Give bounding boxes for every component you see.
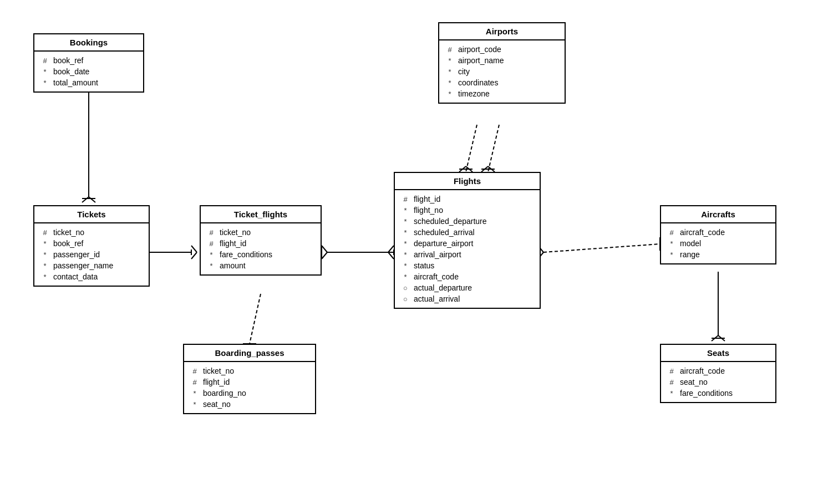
boarding-passes-entity: Boarding_passes # ticket_no # flight_id … [183,344,316,414]
svg-line-20 [466,166,473,172]
field-coordinates: * coordinates [445,77,559,88]
airports-title: Airports [439,23,565,40]
flights-entity: Flights # flight_id * flight_no * schedu… [394,172,541,309]
field-seat_no: * seat_no [190,399,309,410]
svg-line-19 [459,166,466,172]
field-airport_code: # airport_code [445,44,559,55]
airports-entity: Airports # airport_code * airport_name *… [438,22,566,104]
pk-icon: # [40,228,50,237]
svg-line-24 [488,166,495,172]
field-aircraft_code: # aircraft_code [667,227,770,238]
attr-icon: * [445,90,455,98]
aircrafts-body: # aircraft_code * model * range [661,223,775,263]
ticket-flights-title: Ticket_flights [201,206,321,223]
boarding-passes-title: Boarding_passes [184,345,315,362]
aircrafts-entity: Aircrafts # aircraft_code * model * rang… [660,205,776,264]
boarding-passes-body: # ticket_no # flight_id * boarding_no * … [184,362,315,413]
field-flight_id: # flight_id [400,194,534,205]
field-timezone: * timezone [445,88,559,99]
attr-icon: * [400,240,410,248]
bookings-body: # book_ref * book_date * total_amount [34,52,143,91]
svg-line-6 [191,252,197,259]
field-arrival_airport: * arrival_airport [400,249,534,260]
optional-icon: ○ [400,295,410,303]
field-range: * range [667,249,770,260]
ticket-flights-entity: Ticket_flights # ticket_no # flight_id *… [200,205,322,276]
attr-icon: * [400,251,410,259]
field-passenger_id: * passenger_id [40,249,143,260]
attr-icon: * [400,228,410,237]
field-flight_no: * flight_no [400,205,534,216]
field-scheduled_arrival: * scheduled_arrival [400,227,534,238]
attr-icon: * [400,217,410,226]
pk-icon: # [400,195,410,203]
attr-icon: * [400,273,410,281]
pk-icon: # [206,228,216,237]
attr-icon: * [400,262,410,270]
attr-icon: * [667,389,677,398]
pk-icon: # [445,45,455,54]
pk-icon: # [190,378,200,386]
attr-icon: * [40,68,50,76]
field-departure_airport: * departure_airport [400,238,534,249]
flights-title: Flights [395,173,540,190]
attr-icon: * [190,400,200,409]
seats-title: Seats [661,345,775,362]
field-airport_name: * airport_name [445,55,559,66]
seats-entity: Seats # aircraft_code # seat_no * fare_c… [660,344,776,403]
svg-line-32 [712,335,718,341]
ticket-flights-body: # ticket_no # flight_id * fare_condition… [201,223,321,274]
pk-icon: # [40,57,50,65]
svg-line-5 [191,246,197,252]
field-status: * status [400,260,534,271]
attr-icon: * [667,240,677,248]
pk-icon: # [190,367,200,375]
attr-icon: * [190,389,200,398]
attr-icon: * [40,240,50,248]
field-passenger_name: * passenger_name [40,260,143,271]
attr-icon: * [400,206,410,215]
field-flight_id: # flight_id [190,376,309,388]
svg-line-15 [250,294,261,344]
field-boarding_no: * boarding_no [190,388,309,399]
attr-icon: * [667,251,677,259]
field-aircraft_code: # aircraft_code [667,365,770,376]
field-actual_departure: ○ actual_departure [400,282,534,293]
attr-icon: * [40,251,50,259]
svg-line-13 [388,252,394,259]
svg-line-12 [388,246,394,252]
tickets-entity: Tickets # ticket_no * book_ref * passeng… [33,205,150,287]
field-book_ref: # book_ref [40,55,138,66]
flights-body: # flight_id * flight_no * scheduled_depa… [395,190,540,308]
svg-line-10 [322,252,327,259]
svg-line-23 [481,166,488,172]
field-ticket_no: # ticket_no [40,227,143,238]
pk-icon: # [667,378,677,386]
field-ticket_no: # ticket_no [206,227,315,238]
svg-line-18 [466,125,477,172]
svg-line-33 [718,335,725,341]
field-book_date: * book_date [40,66,138,77]
svg-line-22 [488,125,499,172]
field-book_ref: * book_ref [40,238,143,249]
seats-body: # aircraft_code # seat_no * fare_conditi… [661,362,775,402]
field-scheduled_departure: * scheduled_departure [400,216,534,227]
svg-line-1 [82,197,89,202]
field-fare_conditions: * fare_conditions [667,388,770,399]
attr-icon: * [40,273,50,281]
field-aircraft_code: * aircraft_code [400,271,534,282]
airports-body: # airport_code * airport_name * city * c… [439,40,565,103]
field-total_amount: * total_amount [40,77,138,88]
field-seat_no: # seat_no [667,376,770,388]
field-flight_id: # flight_id [206,238,315,249]
attr-icon: * [206,262,216,270]
optional-icon: ○ [400,284,410,292]
field-actual_arrival: ○ actual_arrival [400,293,534,304]
field-contact_data: * contact_data [40,271,143,282]
attr-icon: * [40,262,50,270]
tickets-body: # ticket_no * book_ref * passenger_id * … [34,223,149,286]
pk-icon: # [206,240,216,248]
attr-icon: * [445,79,455,87]
tickets-title: Tickets [34,206,149,223]
svg-line-2 [89,197,95,202]
